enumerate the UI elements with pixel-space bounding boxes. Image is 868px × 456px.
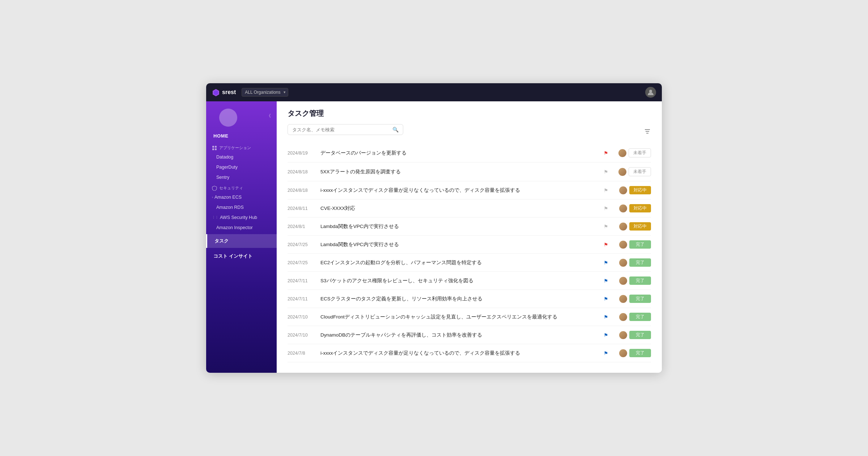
status-text: 完了 (629, 313, 651, 321)
app-section-icon (212, 145, 217, 151)
svg-rect-4 (215, 146, 217, 148)
task-date: 2024/7/11 (288, 296, 315, 301)
avatar (619, 295, 627, 303)
task-row[interactable]: 2024/8/18 5XXアラートの発生原因を調査する ⚑ 未着手 (288, 162, 651, 181)
collapse-button[interactable]: 《 (267, 113, 271, 119)
avatar (619, 241, 627, 249)
org-select[interactable]: ALL Organizations (242, 88, 288, 97)
task-text: CloudFrontディストリビューションのキャッシュ設定を見直し、ユーザーエク… (320, 314, 597, 320)
avatar (618, 168, 626, 176)
sidebar-item-datadog[interactable]: Datadog (206, 152, 277, 162)
task-text: Lambda関数をVPC内で実行させる (320, 223, 597, 230)
status-text: 完了 (629, 349, 651, 357)
ecs-expand-arrow: › (212, 195, 213, 199)
avatar (619, 331, 627, 339)
status-badge: 完了 (615, 295, 651, 303)
status-text: 完了 (629, 240, 651, 249)
task-text: S3バケットのアクセス権限をレビューし、セキュリティ強化を図る (320, 278, 597, 284)
avatar (619, 277, 627, 285)
flag-icon[interactable]: ⚑ (603, 296, 609, 302)
page-title: タスク管理 (288, 109, 651, 118)
logo: srest (212, 88, 236, 96)
sidebar-home[interactable]: HOME (206, 128, 277, 142)
task-text: CVE-XXXX対応 (320, 205, 597, 212)
status-text: 対応中 (629, 222, 651, 231)
status-text: 完了 (629, 258, 651, 267)
sidebar-item-aws-security-hub[interactable]: ⋮⋮ AWS Security Hub (206, 212, 277, 223)
task-row[interactable]: 2024/8/19 データベースのバージョンを更新する ⚑ 未着手 (288, 144, 651, 162)
sidebar-item-sentry[interactable]: Sentry (206, 172, 277, 182)
sidebar-item-amazon-inspector[interactable]: Amazon Inspector (206, 223, 277, 233)
flag-icon[interactable]: ⚑ (603, 150, 609, 156)
task-text: i-xxxxインスタンスでディスク容量が足りなくなっているので、ディスク容量を拡… (320, 350, 597, 356)
task-row[interactable]: 2024/7/8 i-xxxxインスタンスでディスク容量が足りなくなっているので… (288, 344, 651, 362)
security-section-text: セキュリティ (219, 185, 243, 191)
sidebar-item-amazon-ecs[interactable]: › Amazon ECS (206, 192, 277, 202)
flag-icon[interactable]: ⚑ (603, 169, 609, 175)
status-badge: 完了 (615, 276, 651, 285)
task-date: 2024/8/19 (288, 151, 315, 156)
svg-rect-3 (212, 146, 214, 148)
flag-icon[interactable]: ⚑ (603, 206, 609, 211)
task-row[interactable]: 2024/7/25 Lambda関数をVPC内で実行させる ⚑ 完了 (288, 236, 651, 254)
flag-icon[interactable]: ⚑ (603, 278, 609, 284)
task-date: 2024/8/18 (288, 169, 315, 174)
task-date: 2024/7/11 (288, 278, 315, 283)
status-text: 対応中 (629, 186, 651, 194)
content-area: タスク管理 🔍 2024/8/19 データベースのバージョンを更新する ⚑ (277, 101, 662, 373)
app-window: srest ALL Organizations 《 HOME (206, 83, 662, 373)
org-select-wrapper[interactable]: ALL Organizations (242, 88, 288, 97)
status-badge: 完了 (615, 240, 651, 249)
avatar (618, 149, 626, 157)
security-section-label: セキュリティ (206, 182, 277, 192)
flag-icon[interactable]: ⚑ (603, 187, 609, 193)
status-text: 完了 (629, 295, 651, 303)
status-badge: 完了 (615, 349, 651, 357)
task-date: 2024/8/11 (288, 206, 315, 211)
sidebar-cost[interactable]: コスト インサイト (206, 249, 277, 263)
flag-icon[interactable]: ⚑ (603, 260, 609, 266)
sidebar-item-pagerduty[interactable]: PagerDuty (206, 162, 277, 172)
filter-button[interactable] (644, 128, 651, 137)
status-badge: 未着手 (615, 148, 651, 157)
status-badge: 完了 (615, 258, 651, 267)
status-badge: 未着手 (615, 167, 651, 176)
task-row[interactable]: 2024/8/1 Lambda関数をVPC内で実行させる ⚑ 対応中 (288, 218, 651, 236)
svg-rect-6 (215, 148, 217, 150)
flag-icon[interactable]: ⚑ (603, 242, 609, 248)
status-text: 未着手 (629, 167, 651, 176)
task-row[interactable]: 2024/8/18 i-xxxxインスタンスでディスク容量が足りなくなっているの… (288, 181, 651, 199)
search-input[interactable] (292, 127, 390, 132)
flag-icon[interactable]: ⚑ (603, 224, 609, 229)
avatar (619, 223, 627, 231)
task-row[interactable]: 2024/7/10 CloudFrontディストリビューションのキャッシュ設定を… (288, 308, 651, 326)
task-date: 2024/7/10 (288, 314, 315, 320)
flag-icon[interactable]: ⚑ (603, 314, 609, 320)
task-date: 2024/7/25 (288, 242, 315, 247)
task-row[interactable]: 2024/7/11 S3バケットのアクセス権限をレビューし、セキュリティ強化を図… (288, 272, 651, 290)
task-row[interactable]: 2024/7/11 ECSクラスターのタスク定義を更新し、リソース利用効率を向上… (288, 290, 651, 308)
avatar (619, 349, 627, 357)
task-text: データベースのバージョンを更新する (320, 150, 597, 156)
flag-icon[interactable]: ⚑ (603, 332, 609, 338)
sidebar: 《 HOME アプリケーション Datadog PagerDuty S (206, 101, 277, 373)
status-text: 完了 (629, 331, 651, 339)
task-row[interactable]: 2024/7/25 EC2インスタンスの起動ログを分析し、パフォーマンス問題を特… (288, 254, 651, 272)
task-text: Lambda関数をVPC内で実行させる (320, 241, 597, 248)
user-avatar[interactable] (645, 87, 656, 98)
task-text: 5XXアラートの発生原因を調査する (320, 169, 597, 175)
status-badge: 対応中 (615, 222, 651, 231)
flag-icon[interactable]: ⚑ (603, 350, 609, 356)
sidebar-task[interactable]: タスク (206, 234, 277, 248)
task-row[interactable]: 2024/8/11 CVE-XXXX対応 ⚑ 対応中 (288, 199, 651, 218)
avatar (619, 204, 627, 212)
task-date: 2024/8/18 (288, 188, 315, 193)
svg-rect-5 (212, 148, 214, 150)
task-text: DynamoDBのテーブルキャパシティを再評価し、コスト効率を改善する (320, 332, 597, 338)
avatar (619, 259, 627, 267)
svg-point-2 (649, 90, 652, 93)
task-row[interactable]: 2024/7/10 DynamoDBのテーブルキャパシティを再評価し、コスト効率… (288, 326, 651, 344)
search-top-row: 🔍 (288, 124, 651, 140)
status-badge: 対応中 (615, 186, 651, 194)
sidebar-item-amazon-rds[interactable]: Amazon RDS (206, 202, 277, 212)
